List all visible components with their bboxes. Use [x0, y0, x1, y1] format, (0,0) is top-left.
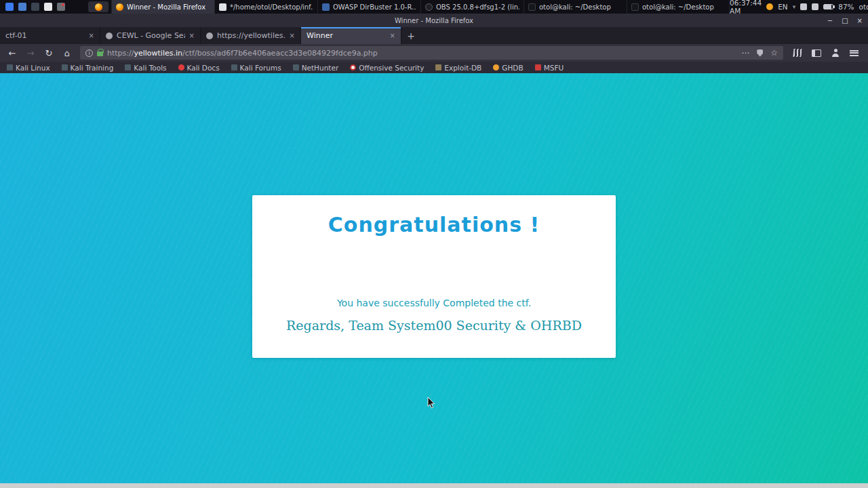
- reload-button[interactable]: ↻: [43, 48, 54, 58]
- bookmark-label: Exploit-DB: [444, 64, 481, 72]
- system-taskbar: Winner - Mozilla Firefox */home/otol/Des…: [0, 0, 868, 14]
- kali-menu-icon[interactable]: [5, 3, 14, 11]
- taskbar-window-terminal-2[interactable]: otol@kali: ~/Desktop: [627, 0, 730, 14]
- forward-button[interactable]: →: [25, 48, 36, 58]
- https-lock-icon: [97, 52, 103, 56]
- user-label: otol: [859, 3, 868, 11]
- taskbar-window-firefox[interactable]: Winner - Mozilla Firefox: [111, 0, 214, 14]
- obs-icon: [425, 3, 433, 11]
- kali-dragon-icon: [62, 64, 68, 70]
- sidebar-icon[interactable]: [812, 49, 821, 57]
- bookmark-label: Kali Linux: [16, 64, 50, 72]
- taskbar-window-obs[interactable]: OBS 25.0.8+dfsg1-2 (lin...: [420, 0, 524, 14]
- tab-close-icon[interactable]: ×: [89, 32, 94, 39]
- editor-launcher-icon[interactable]: [44, 3, 52, 11]
- bookmark-label: GHDB: [502, 64, 523, 72]
- taskbar-window-label: Winner - Mozilla Firefox: [127, 3, 205, 11]
- page-content: Congratulations ! You have successfully …: [0, 73, 868, 483]
- taskbar-launchers: [0, 3, 71, 11]
- firefox-icon: [95, 3, 102, 11]
- globe-favicon-icon: [106, 33, 113, 39]
- tab-ctf-01[interactable]: ctf-01 ×: [0, 27, 100, 44]
- taskbar-window-label: OWASP DirBuster 1.0-R...: [333, 3, 416, 11]
- home-button[interactable]: ⌂: [62, 48, 73, 58]
- url-bar[interactable]: i https://yellowtiles.in/ctf/boss/ad6f7b…: [80, 46, 783, 60]
- desktop-screen: Winner - Mozilla Firefox */home/otol/Des…: [0, 0, 868, 488]
- tab-close-icon[interactable]: ×: [390, 32, 395, 39]
- url-domain: yellowtiles.in: [134, 49, 182, 58]
- offensive-security-icon: [350, 64, 356, 70]
- bottom-panel-edge: [0, 483, 868, 488]
- system-tray: 06:37:44 AM EN ▾ 87% otol: [730, 0, 868, 15]
- screen-recorder-icon[interactable]: [57, 3, 65, 11]
- keyboard-layout-indicator[interactable]: EN: [778, 3, 788, 11]
- clock[interactable]: 06:37:44 AM: [730, 0, 762, 15]
- url-path: /ctf/boss/ad6f7b6e406aeacc3d3e084929fdce…: [182, 49, 378, 58]
- taskbar-window-terminal-1[interactable]: otol@kali: ~/Desktop: [524, 0, 627, 14]
- dirbuster-icon: [322, 3, 330, 11]
- url-bar-actions: ⋯ ☆: [741, 48, 778, 58]
- kali-dragon-icon: [7, 64, 13, 70]
- toolbar-right-icons: [791, 49, 861, 57]
- firefox-icon: [116, 3, 123, 11]
- bookmark-nethunter[interactable]: NetHunter: [293, 64, 339, 72]
- bookmark-kali-training[interactable]: Kali Training: [62, 64, 114, 72]
- taskbar-window-label: otol@kali: ~/Desktop: [642, 3, 714, 11]
- tab-yellowtiles-ctf[interactable]: https://yellowtiles.in/ctf/ ×: [201, 27, 301, 44]
- bookmark-label: NetHunter: [302, 64, 339, 72]
- mouse-cursor: [427, 396, 435, 409]
- taskbar-window-editor[interactable]: */home/otol/Desktop/inf...: [214, 0, 317, 14]
- close-button[interactable]: ×: [857, 17, 863, 24]
- bookmark-kali-forums[interactable]: Kali Forums: [231, 64, 281, 72]
- tab-label: ctf-01: [5, 31, 85, 40]
- url-text: https://yellowtiles.in/ctf/boss/ad6f7b6e…: [107, 49, 378, 58]
- tab-winner[interactable]: Winner ×: [301, 27, 401, 44]
- tab-label: Winner: [307, 31, 386, 40]
- page-actions-icon[interactable]: ⋯: [741, 48, 749, 58]
- site-info-icon[interactable]: i: [85, 49, 93, 57]
- library-icon[interactable]: [793, 49, 802, 57]
- battery-icon: [823, 4, 833, 9]
- bookmark-label: Kali Training: [71, 64, 114, 72]
- bookmark-kali-docs[interactable]: Kali Docs: [178, 64, 220, 72]
- minimize-button[interactable]: −: [827, 17, 833, 24]
- kali-dragon-icon: [231, 64, 237, 70]
- navigation-toolbar: ← → ↻ ⌂ i https://yellowtiles.in/ctf/bos…: [0, 44, 868, 62]
- congratulations-card: Congratulations ! You have successfully …: [252, 195, 616, 358]
- nethunter-icon: [293, 64, 299, 70]
- tab-close-icon[interactable]: ×: [290, 32, 295, 39]
- window-title: Winner - Mozilla Firefox: [395, 17, 473, 24]
- taskbar-window-list: Winner - Mozilla Firefox */home/otol/Des…: [111, 0, 730, 14]
- tab-label: https://yellowtiles.in/ctf/: [217, 31, 285, 40]
- notification-icon[interactable]: [766, 3, 773, 10]
- tab-cewl-google-search[interactable]: CEWL - Google Search ×: [100, 27, 201, 44]
- firefox-active-app-indicator[interactable]: [88, 1, 108, 12]
- msfu-icon: [535, 64, 541, 70]
- tab-close-icon[interactable]: ×: [189, 32, 195, 39]
- taskbar-window-label: */home/otol/Desktop/inf...: [230, 3, 313, 11]
- url-scheme: https://: [107, 49, 134, 58]
- bookmark-ghdb[interactable]: GHDB: [493, 64, 523, 72]
- taskbar-window-label: OBS 25.0.8+dfsg1-2 (lin...: [436, 3, 519, 11]
- bookmark-exploit-db[interactable]: Exploit-DB: [435, 64, 481, 72]
- account-icon[interactable]: [831, 49, 840, 57]
- bookmark-kali-tools[interactable]: Kali Tools: [125, 64, 166, 72]
- bookmark-offensive-security[interactable]: Offensive Security: [350, 64, 424, 72]
- terminal-launcher-icon[interactable]: [18, 3, 26, 11]
- bookmark-star-icon[interactable]: ☆: [770, 48, 778, 58]
- back-button[interactable]: ←: [7, 48, 18, 58]
- bookmark-kali-linux[interactable]: Kali Linux: [7, 64, 50, 72]
- caret-down-icon[interactable]: ▾: [793, 3, 796, 10]
- files-launcher-icon[interactable]: [31, 3, 39, 11]
- menu-icon[interactable]: [850, 50, 859, 56]
- page-heading: Congratulations !: [266, 213, 602, 237]
- new-tab-button[interactable]: +: [401, 27, 420, 44]
- maximize-button[interactable]: □: [842, 17, 848, 24]
- text-editor-icon: [219, 3, 226, 11]
- volume-icon[interactable]: [800, 3, 807, 10]
- shield-icon[interactable]: [757, 49, 763, 57]
- taskbar-window-dirbuster[interactable]: OWASP DirBuster 1.0-R...: [317, 0, 420, 14]
- network-icon[interactable]: [812, 3, 818, 10]
- bookmark-msfu[interactable]: MSFU: [535, 64, 564, 72]
- tab-bar: ctf-01 × CEWL - Google Search × https://…: [0, 27, 868, 44]
